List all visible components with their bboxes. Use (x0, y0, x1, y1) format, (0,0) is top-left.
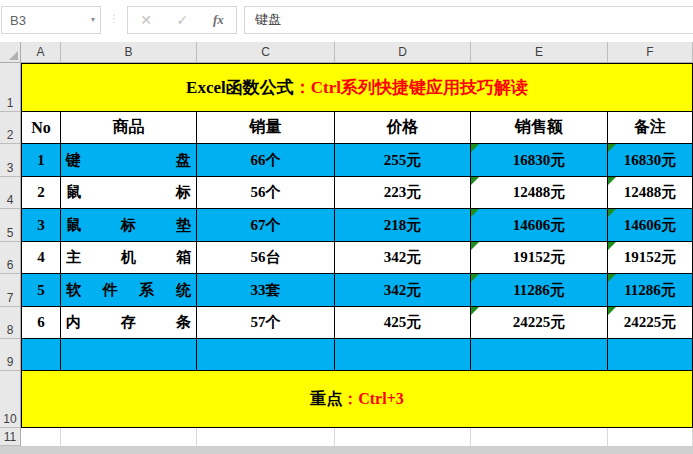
cell-F2[interactable]: 备注 (608, 112, 693, 144)
footer-banner-cell[interactable]: 重点：Ctrl+3 (21, 371, 693, 428)
row-header-3[interactable]: 3 (0, 144, 21, 177)
cell-F3[interactable]: 16830元 (608, 144, 693, 177)
column-header-B[interactable]: B (61, 42, 197, 63)
row-header-5[interactable]: 5 (0, 209, 21, 242)
cell-E8[interactable]: 24225元 (471, 307, 608, 339)
sheet-row-11: 11 (0, 428, 693, 446)
row-header-4[interactable]: 4 (0, 177, 21, 209)
cell-B9[interactable] (61, 339, 197, 371)
formula-input[interactable]: 键盘 (244, 6, 693, 34)
cell-F7[interactable]: 11286元 (608, 274, 693, 307)
cell-E4[interactable]: 12488元 (471, 177, 608, 209)
cell-D8[interactable]: 425元 (335, 307, 471, 339)
cell-B2[interactable]: 商品 (61, 112, 197, 144)
cell-value: 16830元 (513, 151, 566, 170)
cell-A11[interactable] (21, 428, 61, 446)
cell-value: 19152元 (624, 248, 677, 267)
cell-E7[interactable]: 11286元 (471, 274, 608, 307)
bottom-strip (0, 446, 693, 454)
name-box[interactable]: B3 ▾ (1, 6, 101, 34)
cell-C7[interactable]: 33套 (197, 274, 335, 307)
row-header-2[interactable]: 2 (0, 112, 21, 144)
cell-A5[interactable]: 3 (21, 209, 61, 242)
select-all-button[interactable] (0, 42, 21, 63)
cell-C2[interactable]: 销量 (197, 112, 335, 144)
cell-value: 12488元 (513, 183, 566, 202)
column-header-E[interactable]: E (471, 42, 608, 63)
cell-F4[interactable]: 12488元 (608, 177, 693, 209)
cell-A2[interactable]: No (21, 112, 61, 144)
cell-D5[interactable]: 218元 (335, 209, 471, 242)
sheet-row-7: 7 5 软件系统 33套 342元 11286元 11286元 (0, 274, 693, 307)
cell-F8[interactable]: 24225元 (608, 307, 693, 339)
cell-B4[interactable]: 鼠标 (61, 177, 197, 209)
cell-reference: B3 (10, 13, 26, 28)
cell-D2[interactable]: 价格 (335, 112, 471, 144)
cell-E11[interactable] (471, 428, 608, 446)
row-header-1[interactable]: 1 (0, 63, 21, 112)
cell-E9[interactable] (471, 339, 608, 371)
cell-C5[interactable]: 67个 (197, 209, 335, 242)
cell-A3[interactable]: 1 (21, 144, 61, 177)
cell-E3[interactable]: 16830元 (471, 144, 608, 177)
column-header-C[interactable]: C (197, 42, 335, 63)
row-header-9[interactable]: 9 (0, 339, 21, 371)
separator-dots-icon: ⋮ (101, 6, 127, 32)
confirm-icon[interactable]: ✓ (177, 12, 189, 28)
row-header-7[interactable]: 7 (0, 274, 21, 307)
column-header-A[interactable]: A (21, 42, 61, 63)
cell-D9[interactable] (335, 339, 471, 371)
cell-A8[interactable]: 6 (21, 307, 61, 339)
cell-E6[interactable]: 19152元 (471, 242, 608, 274)
cell-F6[interactable]: 19152元 (608, 242, 693, 274)
cell-D4[interactable]: 223元 (335, 177, 471, 209)
row-header-6[interactable]: 6 (0, 242, 21, 274)
formula-buttons-group: ✕ ✓ fx (127, 6, 237, 34)
cell-B11[interactable] (61, 428, 197, 446)
formula-value: 键盘 (255, 11, 281, 29)
cell-value: 16830元 (624, 151, 677, 170)
cell-C3[interactable]: 66个 (197, 144, 335, 177)
cell-B6[interactable]: 主机箱 (61, 242, 197, 274)
row-header-8[interactable]: 8 (0, 307, 21, 339)
cell-value: 11286元 (513, 281, 565, 300)
footer-red-text: ：Ctrl+3 (342, 389, 404, 410)
cancel-icon[interactable]: ✕ (140, 12, 152, 28)
insert-function-icon[interactable]: fx (213, 12, 224, 28)
title-banner-cell[interactable]: Excel函数公式：Ctrl系列快捷键应用技巧解读 (21, 63, 693, 112)
cell-A7[interactable]: 5 (21, 274, 61, 307)
cell-C9[interactable] (197, 339, 335, 371)
cell-B5[interactable]: 鼠标垫 (61, 209, 197, 242)
cell-D3[interactable]: 255元 (335, 144, 471, 177)
cell-C4[interactable]: 56个 (197, 177, 335, 209)
cell-D7[interactable]: 342元 (335, 274, 471, 307)
cell-C6[interactable]: 56台 (197, 242, 335, 274)
cell-F9[interactable] (608, 339, 693, 371)
green-triangle-icon (608, 242, 616, 250)
green-triangle-icon (608, 307, 616, 315)
formula-toolbar: B3 ▾ ⋮ ✕ ✓ fx 键盘 (0, 0, 693, 42)
cell-D11[interactable] (335, 428, 471, 446)
cell-E5[interactable]: 14606元 (471, 209, 608, 242)
green-triangle-icon (608, 144, 616, 152)
cell-B3[interactable]: 键盘 (61, 144, 197, 177)
cell-value: 14606元 (624, 216, 677, 235)
cell-B8[interactable]: 内存条 (61, 307, 197, 339)
row-header-10[interactable]: 10 (0, 371, 21, 428)
cell-D6[interactable]: 342元 (335, 242, 471, 274)
cell-A6[interactable]: 4 (21, 242, 61, 274)
cell-F11[interactable] (608, 428, 693, 446)
cell-C11[interactable] (197, 428, 335, 446)
cell-C8[interactable]: 57个 (197, 307, 335, 339)
title-red-text: ：Ctrl系列快捷键应用技巧解读 (294, 76, 528, 99)
cell-B7[interactable]: 软件系统 (61, 274, 197, 307)
cell-E2[interactable]: 销售额 (471, 112, 608, 144)
cell-A9[interactable] (21, 339, 61, 371)
row-header-11[interactable]: 11 (0, 428, 21, 446)
column-header-D[interactable]: D (335, 42, 471, 63)
column-header-F[interactable]: F (608, 42, 693, 63)
cell-F5[interactable]: 14606元 (608, 209, 693, 242)
sheet-row-5: 5 3 鼠标垫 67个 218元 14606元 14606元 (0, 209, 693, 242)
cell-A4[interactable]: 2 (21, 177, 61, 209)
chevron-down-icon[interactable]: ▾ (91, 16, 95, 24)
